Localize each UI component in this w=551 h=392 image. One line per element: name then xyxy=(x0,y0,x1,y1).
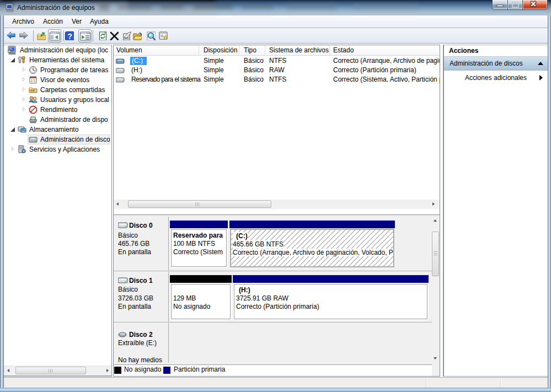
svg-text:?: ? xyxy=(67,32,72,41)
